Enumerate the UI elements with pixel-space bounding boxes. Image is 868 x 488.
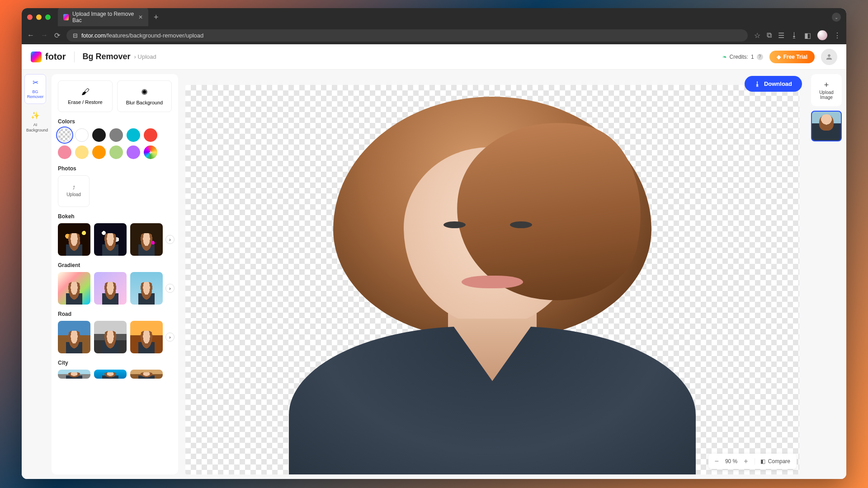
credits-indicator[interactable]: ❧ Credits: 1 ? [722,54,763,60]
upload-photo-button[interactable]: ⤴ Upload [58,175,90,207]
url-text: fotor.com/features/background-remover/up… [81,32,203,39]
color-transparent[interactable] [58,128,71,142]
browser-toolbar: ← → ⟳ ⊟ fotor.com/features/background-re… [22,26,846,44]
app-title: Bg Remover [83,52,131,61]
downloads-icon[interactable]: ⭳ [791,31,798,39]
subject-cutout [271,85,713,474]
user-silhouette-icon [825,53,833,61]
tab-title: Upload Image to Remove Bac [72,11,135,23]
tool-rail-bg-remover[interactable]: ✂ BG Remover [24,74,46,104]
color-lime[interactable] [109,145,123,159]
photos-label: Photos [58,165,172,172]
colors-label: Colors [58,118,172,125]
header-divider [74,52,75,62]
help-icon[interactable]: ? [757,54,763,60]
maximize-window-button[interactable] [45,14,51,20]
bokeh-label: Bokeh [58,213,172,220]
scissors-icon: ✂ [27,78,44,88]
color-yellow[interactable] [75,145,89,159]
reading-list-icon[interactable]: ☰ [778,31,784,40]
color-white[interactable] [75,128,89,142]
forward-button[interactable]: → [41,31,48,39]
browser-tab-bar: Upload Image to Remove Bac ✕ + ⌄ [22,8,846,26]
gradient-thumb-1[interactable] [58,272,90,305]
color-red[interactable] [144,128,157,142]
gradient-thumb-3[interactable] [130,272,163,305]
color-orange[interactable] [92,145,106,159]
city-thumb-2[interactable] [94,370,127,379]
fotor-logo-icon[interactable] [31,52,42,62]
city-label: City [58,360,172,366]
road-thumb-2[interactable] [94,321,127,353]
gradient-label: Gradient [58,262,172,268]
browser-menu-icon[interactable]: ⋮ [834,31,841,40]
color-swatches: + [58,128,172,159]
gradient-thumb-2[interactable] [94,272,127,305]
blur-background-button[interactable]: ✺ Blur Background [117,80,172,112]
browser-window: Upload Image to Remove Bac ✕ + ⌄ ← → ⟳ ⊟… [22,8,846,479]
side-panel-icon[interactable]: ◧ [804,31,811,40]
city-thumb-1[interactable] [58,370,90,379]
color-pink[interactable] [58,145,71,159]
road-next-button[interactable]: › [165,333,175,342]
compare-button[interactable]: ◧ Compare [755,458,790,465]
zoom-out-button[interactable]: − [715,457,719,465]
reload-button[interactable]: ⟳ [54,31,60,40]
tab-favicon-icon [63,14,69,20]
diamond-icon: ◆ [777,54,781,60]
extensions-icon[interactable]: ⧉ [767,31,772,39]
bokeh-thumb-2[interactable] [94,223,127,256]
compare-icon: ◧ [760,458,765,465]
user-avatar[interactable] [821,49,837,65]
color-black[interactable] [92,128,106,142]
tool-rail: ✂ BG Remover ✨ AI Background [22,70,49,479]
uploaded-image-thumb[interactable] [811,111,842,141]
bokeh-thumb-3[interactable] [130,223,163,256]
app-header: fotor Bg Remover › Upload ❧ Credits: 1 ?… [22,44,846,70]
color-picker-button[interactable]: + [144,145,157,159]
window-controls [27,14,51,20]
sparkle-icon: ✨ [26,111,44,121]
zoom-controls: − 90 % + ◧ Compare [708,454,797,469]
tabs-overflow-icon[interactable]: ⌄ [832,13,841,22]
canvas-area: ⭳ Download − 90 % + [183,74,802,474]
right-rail: + Upload Image [807,70,846,479]
site-info-icon[interactable]: ⊟ [73,32,78,39]
browser-tab[interactable]: Upload Image to Remove Bac ✕ [58,8,148,27]
address-bar[interactable]: ⊟ fotor.com/features/background-remover/… [66,29,748,42]
color-gray[interactable] [109,128,123,142]
close-window-button[interactable] [27,14,33,20]
minimize-window-button[interactable] [36,14,42,20]
new-tab-button[interactable]: + [154,13,159,22]
zoom-value: 90 % [725,458,737,465]
back-button[interactable]: ← [27,31,34,39]
upload-icon: ⤴ [73,185,75,190]
bokeh-thumb-1[interactable] [58,223,90,256]
color-purple[interactable] [127,145,140,159]
image-canvas[interactable] [185,85,799,474]
app-body: ✂ BG Remover ✨ AI Background 🖌 Erase / R… [22,70,846,479]
upload-image-button[interactable]: + Upload Image [811,74,842,106]
road-label: Road [58,311,172,317]
color-cyan[interactable] [127,128,140,142]
zoom-in-button[interactable]: + [744,457,748,465]
profile-avatar-icon[interactable] [817,30,827,40]
close-tab-icon[interactable]: ✕ [138,14,143,20]
download-button[interactable]: ⭳ Download [745,76,802,92]
blur-icon: ✺ [120,87,169,97]
breadcrumb: › Upload [134,53,156,60]
leaf-icon: ❧ [722,54,727,60]
bookmark-icon[interactable]: ☆ [754,31,760,40]
free-trial-button[interactable]: ◆ Free Trial [769,51,815,63]
bokeh-next-button[interactable]: › [165,235,175,244]
download-icon: ⭳ [755,80,760,87]
city-thumb-3[interactable] [130,370,163,379]
gradient-next-button[interactable]: › [165,284,175,293]
erase-restore-button[interactable]: 🖌 Erase / Restore [58,80,113,112]
road-thumb-1[interactable] [58,321,90,353]
brush-icon: 🖌 [61,87,109,97]
tool-rail-ai-background[interactable]: ✨ AI Background [24,108,46,136]
road-thumb-3[interactable] [130,321,163,353]
logo-text[interactable]: fotor [45,52,66,62]
plus-icon: + [814,80,839,90]
